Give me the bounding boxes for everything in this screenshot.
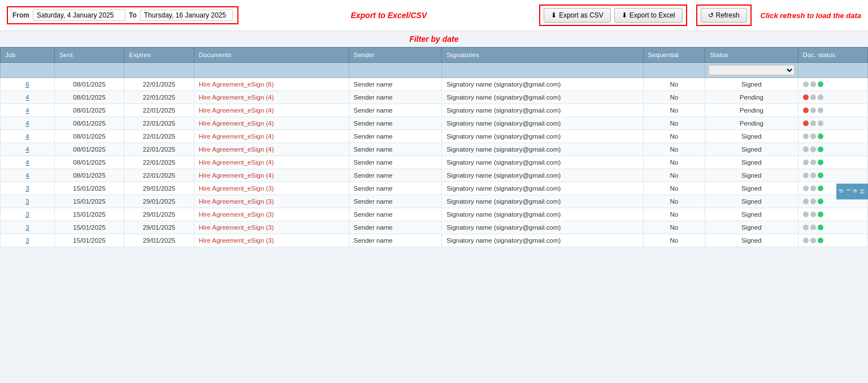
cell-job[interactable]: 4: [1, 169, 55, 182]
green-dot: [818, 225, 823, 230]
cell-sequential: No: [643, 221, 705, 234]
cell-job[interactable]: 4: [1, 104, 55, 117]
job-link[interactable]: 3: [25, 211, 29, 218]
table-row: 408/01/202522/01/2025Hire Agreement_eSig…: [1, 130, 868, 143]
export-csv-label: Export as CSV: [559, 11, 604, 19]
cell-expires: 22/01/2025: [124, 117, 194, 130]
top-bar: From To Export to Excel/CSV ⬇ Export as …: [0, 0, 868, 31]
cell-documents[interactable]: Hire Agreement_eSign (3): [194, 195, 349, 208]
export-csv-button[interactable]: ⬇ Export as CSV: [544, 8, 611, 23]
cell-job[interactable]: 4: [1, 130, 55, 143]
cell-documents[interactable]: Hire Agreement_eSign (4): [194, 130, 349, 143]
document-link[interactable]: Hire Agreement_eSign (3): [199, 237, 274, 244]
status-dots: [803, 81, 863, 87]
document-link[interactable]: Hire Agreement_eSign (4): [199, 159, 274, 166]
cell-documents[interactable]: Hire Agreement_eSign (4): [194, 117, 349, 130]
document-link[interactable]: Hire Agreement_eSign (3): [199, 224, 274, 231]
table-header-row: Job Sent Expires Documents Sender Signat…: [1, 48, 868, 63]
cell-status: Signed: [705, 156, 798, 169]
cell-documents[interactable]: Hire Agreement_eSign (3): [194, 182, 349, 195]
cell-job[interactable]: 4: [1, 143, 55, 156]
gray-dot: [810, 121, 816, 126]
document-link[interactable]: Hire Agreement_eSign (4): [199, 94, 274, 101]
job-link[interactable]: 4: [25, 133, 29, 140]
job-link[interactable]: 4: [25, 107, 29, 114]
job-link[interactable]: 4: [25, 146, 29, 153]
filter-docstatus: [798, 63, 867, 78]
table-body: 608/01/202522/01/2025Hire Agreement_eSig…: [1, 78, 868, 247]
cell-expires: 22/01/2025: [124, 130, 194, 143]
cell-job[interactable]: 4: [1, 117, 55, 130]
red-dot: [803, 107, 809, 113]
cell-job[interactable]: 3: [1, 221, 55, 234]
document-link[interactable]: Hire Agreement_eSign (4): [199, 107, 274, 114]
table-row: 608/01/202522/01/2025Hire Agreement_eSig…: [1, 78, 868, 91]
gray-dot: [810, 94, 816, 100]
cell-sequential: No: [643, 143, 705, 156]
job-link[interactable]: 4: [25, 159, 29, 166]
cell-sender: Sender name: [349, 234, 441, 247]
document-link[interactable]: Hire Agreement_eSign (4): [199, 120, 274, 127]
job-link[interactable]: 4: [25, 172, 29, 179]
table-row: 408/01/202522/01/2025Hire Agreement_eSig…: [1, 169, 868, 182]
document-link[interactable]: Hire Agreement_eSign (3): [199, 211, 274, 218]
cell-documents[interactable]: Hire Agreement_eSign (3): [194, 221, 349, 234]
table-row: 408/01/202522/01/2025Hire Agreement_eSig…: [1, 91, 868, 104]
gray-dot: [810, 134, 816, 139]
cell-job[interactable]: 3: [1, 208, 55, 221]
cell-doc-status: [798, 156, 867, 169]
job-link[interactable]: 6: [25, 81, 29, 88]
table-row: 408/01/202522/01/2025Hire Agreement_eSig…: [1, 117, 868, 130]
cell-status: Signed: [705, 182, 798, 195]
job-link[interactable]: 3: [25, 237, 29, 244]
gray-dot: [818, 121, 823, 126]
cell-sequential: No: [643, 169, 705, 182]
gray-dot: [810, 173, 816, 178]
document-link[interactable]: Hire Agreement_eSign (4): [199, 146, 274, 153]
cell-status: Signed: [705, 169, 798, 182]
job-link[interactable]: 3: [25, 185, 29, 192]
cell-documents[interactable]: Hire Agreement_eSign (4): [194, 169, 349, 182]
job-link[interactable]: 3: [25, 198, 29, 205]
cell-documents[interactable]: Hire Agreement_eSign (3): [194, 234, 349, 247]
cell-documents[interactable]: Hire Agreement_eSign (4): [194, 104, 349, 117]
job-link[interactable]: 4: [25, 120, 29, 127]
document-link[interactable]: Hire Agreement_eSign (6): [199, 81, 274, 88]
refresh-button[interactable]: ↺ Refresh: [701, 8, 747, 23]
cell-documents[interactable]: Hire Agreement_eSign (3): [194, 208, 349, 221]
job-link[interactable]: 4: [25, 94, 29, 101]
cell-job[interactable]: 6: [1, 78, 55, 91]
cell-sent: 08/01/2025: [54, 104, 124, 117]
status-dots: [803, 107, 863, 113]
cell-job[interactable]: 3: [1, 234, 55, 247]
cell-job[interactable]: 4: [1, 91, 55, 104]
from-date-input[interactable]: [33, 10, 125, 21]
filter-status[interactable]: Signed Pending: [705, 63, 798, 78]
cell-documents[interactable]: Hire Agreement_eSign (4): [194, 143, 349, 156]
cell-job[interactable]: 4: [1, 156, 55, 169]
document-link[interactable]: Hire Agreement_eSign (4): [199, 133, 274, 140]
table-row: 315/01/202529/01/2025Hire Agreement_eSig…: [1, 234, 868, 247]
side-tab[interactable]: Help: [836, 183, 868, 200]
col-sent-header: Sent: [54, 48, 124, 63]
cell-doc-status: [798, 78, 867, 91]
cell-signatories: Signatory name (signatory@gmail.com): [442, 156, 643, 169]
cell-documents[interactable]: Hire Agreement_eSign (4): [194, 156, 349, 169]
to-date-input[interactable]: [140, 10, 233, 21]
export-excel-button[interactable]: ⬇ Export to Excel: [614, 8, 683, 23]
document-link[interactable]: Hire Agreement_eSign (4): [199, 172, 274, 179]
cell-documents[interactable]: Hire Agreement_eSign (4): [194, 91, 349, 104]
cell-sequential: No: [643, 156, 705, 169]
cell-job[interactable]: 3: [1, 195, 55, 208]
status-filter-select[interactable]: Signed Pending: [709, 65, 794, 75]
cell-job[interactable]: 3: [1, 182, 55, 195]
document-link[interactable]: Hire Agreement_eSign (3): [199, 198, 274, 205]
green-dot: [818, 199, 823, 204]
cell-signatories: Signatory name (signatory@gmail.com): [442, 221, 643, 234]
cell-documents[interactable]: Hire Agreement_eSign (6): [194, 78, 349, 91]
filter-job: [1, 63, 55, 78]
status-dots: [803, 212, 863, 217]
document-link[interactable]: Hire Agreement_eSign (3): [199, 185, 274, 192]
job-link[interactable]: 3: [25, 224, 29, 231]
green-dot: [818, 160, 823, 165]
